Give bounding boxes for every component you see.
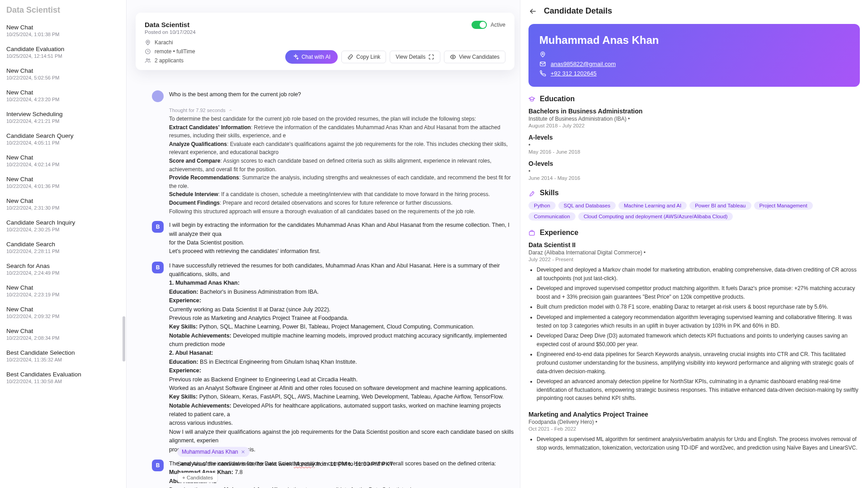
phone-icon bbox=[539, 70, 546, 77]
edu-institution: Institute of Business Administration (IB… bbox=[528, 116, 860, 122]
bot-text: Notable Achievements: bbox=[169, 403, 231, 409]
bot-text: Experience: bbox=[169, 367, 201, 374]
view-details-button[interactable]: View Details bbox=[390, 51, 440, 63]
sidebar-chat-item[interactable]: Search for Anas10/22/2024, 2:24:49 PM bbox=[0, 259, 126, 281]
exp-title: Data Scientist II bbox=[528, 241, 860, 249]
section-title: Education bbox=[540, 95, 575, 103]
job-card: Data Scientist Posted on 10/17/2024 Acti… bbox=[136, 13, 514, 70]
candidate-phone-link[interactable]: +92 312 1202645 bbox=[551, 70, 597, 77]
add-candidates-button[interactable]: + Candidates bbox=[177, 473, 218, 483]
education-item: O-levels•June 2014 - May 2016 bbox=[528, 160, 860, 181]
bot-text: Currently working as Data Scientist II a… bbox=[169, 305, 515, 314]
chat-item-title: New Chat bbox=[6, 154, 120, 161]
plan-step-label: Document Findings bbox=[169, 200, 220, 206]
svg-point-2 bbox=[146, 59, 148, 61]
candidate-email-link[interactable]: anas985822@gmail.com bbox=[551, 61, 616, 67]
chat-item-date: 10/22/2024, 2:28:11 PM bbox=[6, 249, 120, 254]
sidebar-chat-item[interactable]: Best Candidates Evaluation10/22/2024, 11… bbox=[0, 367, 126, 389]
chat-item-date: 10/22/2024, 2:31:30 PM bbox=[6, 205, 120, 211]
skill-pill: Communication bbox=[528, 212, 576, 221]
job-location: Karachi bbox=[155, 39, 173, 46]
scrollbar[interactable] bbox=[123, 0, 125, 488]
sidebar-chat-item[interactable]: Candidate Search10/22/2024, 2:28:11 PM bbox=[0, 237, 126, 259]
briefcase-icon bbox=[528, 230, 535, 236]
user-message-text: Who is the best among them for the curre… bbox=[169, 90, 301, 102]
composer-text: Send Anas the interview invite for next … bbox=[177, 460, 294, 467]
main-content: Data Scientist Posted on 10/17/2024 Acti… bbox=[127, 0, 520, 488]
bot-text: Python, SQL, Machine Learning, Power BI,… bbox=[198, 324, 474, 330]
plan-step-label: Extract Candidates' Information bbox=[169, 124, 251, 131]
copy-link-label: Copy Link bbox=[356, 54, 380, 60]
exp-company: Daraz (Alibaba International Digital Com… bbox=[528, 249, 860, 256]
thought-indicator[interactable]: Thought for 7.92 seconds bbox=[169, 108, 515, 113]
sidebar-chat-item[interactable]: New Chat10/25/2024, 1:01:38 PM bbox=[0, 20, 126, 42]
bot-text: 2. Abul Hasanat: bbox=[169, 350, 213, 356]
composer: Muhammad Anas Khan ✕ Send Anas the inter… bbox=[177, 447, 511, 483]
view-candidates-button[interactable]: View Candidates bbox=[444, 51, 505, 63]
chat-item-date: 10/22/2024, 11:35:32 AM bbox=[6, 357, 120, 362]
svg-point-5 bbox=[542, 53, 543, 55]
sidebar-chat-item[interactable]: Candidate Search Inquiry10/22/2024, 2:30… bbox=[0, 216, 126, 237]
chat-item-title: Candidate Evaluation bbox=[6, 46, 120, 52]
bot-text: Bachelor's in Business Administration fr… bbox=[198, 289, 319, 295]
sidebar-chat-item[interactable]: Candidate Search Query10/22/2024, 4:05:1… bbox=[0, 129, 126, 150]
exp-dates: July 2022 - Present bbox=[528, 257, 860, 262]
chat-item-date: 10/22/2024, 4:02:14 PM bbox=[6, 162, 120, 167]
exp-bullet: Built churn prediction model with 0.78 F… bbox=[537, 303, 860, 311]
back-arrow-icon[interactable] bbox=[528, 7, 538, 16]
composer-input[interactable]: Send Anas the interview invite for next … bbox=[177, 460, 511, 467]
remove-tag-icon[interactable]: ✕ bbox=[241, 449, 245, 455]
experience-item: Marketing and Analytics Project TraineeF… bbox=[528, 411, 860, 452]
add-candidates-label: + Candidates bbox=[182, 475, 213, 480]
composer-text-underlined: Monday bbox=[294, 460, 315, 467]
exp-bullet: Developed Daraz Deep Dive (D3) automated… bbox=[537, 332, 860, 348]
edu-dates: May 2016 - June 2018 bbox=[528, 149, 860, 155]
eye-icon bbox=[450, 54, 456, 60]
wrench-icon bbox=[528, 190, 535, 197]
clock-icon bbox=[145, 48, 151, 55]
chat-item-date: 10/22/2024, 4:01:36 PM bbox=[6, 183, 120, 189]
details-title: Candidate Details bbox=[544, 6, 612, 16]
active-toggle[interactable] bbox=[472, 21, 487, 29]
plan-step-text: : If a candidate is chosen, schedule a m… bbox=[218, 191, 490, 197]
sidebar-chat-item[interactable]: New Chat10/22/2024, 2:08:34 PM bbox=[0, 324, 126, 346]
job-applicants: 2 applicants bbox=[155, 57, 184, 64]
sidebar-chat-item[interactable]: Best Candidate Selection10/22/2024, 11:3… bbox=[0, 346, 126, 367]
chat-list: New Chat10/25/2024, 1:01:38 PMCandidate … bbox=[0, 18, 126, 392]
job-worktype: remote • fullTime bbox=[155, 48, 195, 55]
sidebar-chat-item[interactable]: New Chat10/22/2024, 2:23:19 PM bbox=[0, 281, 126, 302]
plan-step-label: Analyze Qualifications bbox=[169, 141, 227, 147]
candidate-tag-chip[interactable]: Muhammad Anas Khan ✕ bbox=[177, 447, 250, 457]
edu-dates: August 2018 - July 2022 bbox=[528, 123, 860, 128]
sidebar-chat-item[interactable]: New Chat10/22/2024, 5:02:56 PM bbox=[0, 64, 126, 85]
bot-text: Education: bbox=[169, 289, 198, 295]
chat-item-date: 10/22/2024, 2:30:25 PM bbox=[6, 227, 120, 232]
sidebar-chat-item[interactable]: New Chat10/22/2024, 4:02:14 PM bbox=[0, 150, 126, 172]
chat-item-title: New Chat bbox=[6, 306, 120, 313]
sidebar-chat-item[interactable]: New Chat10/22/2024, 4:01:36 PM bbox=[0, 172, 126, 194]
composer-text: from 11 PM to 11:30 PM PKT bbox=[315, 460, 393, 467]
chat-item-date: 10/22/2024, 2:23:19 PM bbox=[6, 292, 120, 297]
skill-pill: Machine Learning and AI bbox=[618, 202, 687, 210]
exp-bullet: Developed and deployed a Markov chain mo… bbox=[537, 266, 860, 282]
exp-bullet: Developed and improved supervised compet… bbox=[537, 284, 860, 301]
sidebar-chat-item[interactable]: New Chat10/22/2024, 2:09:32 PM bbox=[0, 302, 126, 324]
sidebar-chat-item[interactable]: New Chat10/22/2024, 4:23:20 PM bbox=[0, 85, 126, 107]
exp-title: Marketing and Analytics Project Trainee bbox=[528, 411, 860, 418]
sidebar-chat-item[interactable]: Interview Scheduling10/22/2024, 4:21:21 … bbox=[0, 107, 126, 129]
skill-pill: Cloud Computing and deployment (AWS/Azur… bbox=[578, 212, 733, 221]
section-title: Experience bbox=[540, 229, 578, 237]
sidebar-chat-item[interactable]: New Chat10/22/2024, 2:31:30 PM bbox=[0, 194, 126, 216]
copy-link-button[interactable]: Copy Link bbox=[341, 51, 386, 63]
chat-item-date: 10/22/2024, 4:21:21 PM bbox=[6, 118, 120, 124]
chat-item-title: New Chat bbox=[6, 328, 120, 334]
chat-item-title: New Chat bbox=[6, 197, 120, 204]
details-header: Candidate Details bbox=[520, 0, 868, 20]
bot-message: B I have successfully retrieved the resu… bbox=[152, 262, 515, 454]
exp-bullet: Developed a supervised ML algorithm for … bbox=[537, 435, 860, 452]
chat-with-ai-button[interactable]: Chat with AI bbox=[285, 50, 338, 64]
bot-text: I have successfully retrieved the resume… bbox=[169, 262, 515, 279]
sidebar-chat-item[interactable]: Candidate Evaluation10/25/2024, 12:14:51… bbox=[0, 42, 126, 64]
section-title: Skills bbox=[540, 189, 559, 197]
exp-dates: Oct 2021 - Feb 2022 bbox=[528, 426, 860, 432]
